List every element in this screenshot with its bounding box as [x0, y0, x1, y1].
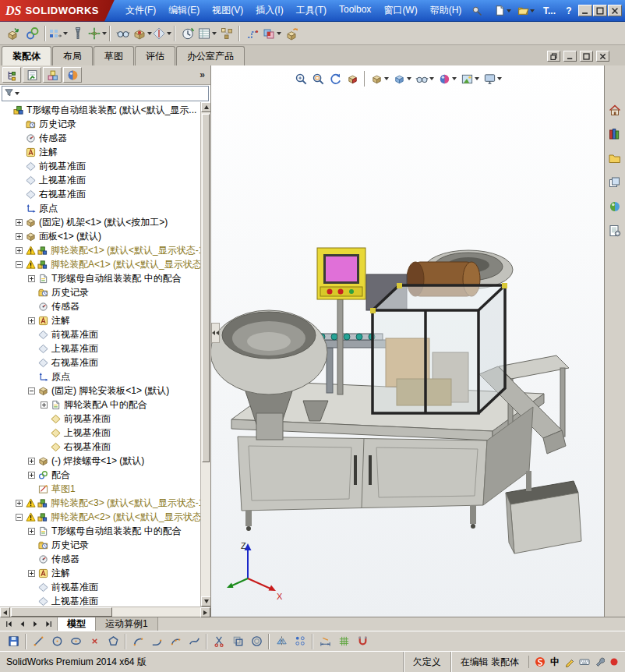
propertymanager-tab[interactable] — [23, 67, 41, 83]
point-button[interactable] — [85, 632, 104, 650]
h-scrollbar-thumb[interactable] — [11, 607, 112, 617]
tree-item[interactable]: 脚轮装配<3> (默认<默认_显示状态-1 — [0, 496, 200, 510]
filter-caret-icon[interactable] — [15, 92, 19, 95]
file-explorer-button[interactable] — [606, 150, 623, 167]
section-view-button[interactable] — [344, 72, 361, 87]
graphics-area[interactable]: Z X — [211, 65, 604, 617]
polygon-button[interactable] — [104, 632, 122, 650]
menu-file[interactable]: 文件(F) — [119, 1, 162, 20]
convert-entities-button[interactable] — [228, 632, 247, 650]
featuremanager-tab[interactable] — [2, 67, 21, 83]
instant3d-button[interactable] — [281, 23, 301, 43]
window-maximize-button[interactable] — [593, 5, 607, 16]
tree-item[interactable]: 脚轮装配A 中的配合 — [0, 398, 200, 412]
arc-button[interactable] — [129, 632, 147, 650]
tab-装配体[interactable]: 装配体 — [2, 46, 51, 65]
configurationmanager-tab[interactable] — [43, 67, 62, 83]
keyboard-icon[interactable] — [578, 656, 591, 668]
custom-properties-button[interactable] — [606, 222, 623, 239]
tree-item[interactable]: 传感器 — [0, 299, 200, 313]
expand-icon[interactable] — [28, 472, 37, 479]
tree-item[interactable]: (固定) 机架<1> (默认<按加工>) — [0, 215, 200, 229]
expand-icon[interactable] — [16, 500, 24, 507]
menu-insert[interactable]: 插入(I) — [249, 1, 289, 20]
insert-component-button[interactable] — [3, 23, 23, 43]
tree-item[interactable]: 前视基准面 — [0, 580, 200, 594]
tree-item[interactable]: 历史记录 — [0, 538, 200, 552]
zoom-fit-button[interactable] — [293, 72, 309, 87]
filter-input[interactable] — [22, 87, 208, 100]
new-motion-study-button[interactable] — [178, 23, 197, 43]
sheet-tab-模型[interactable]: 模型 — [58, 617, 96, 631]
red-dot-icon[interactable] — [608, 656, 620, 668]
tree-item[interactable]: 右视基准面 — [0, 440, 200, 454]
menu-window[interactable]: 窗口(W) — [377, 1, 423, 20]
zoom-area-button[interactable] — [310, 72, 327, 87]
panel-collapse-button[interactable] — [211, 323, 220, 343]
exploded-view-button[interactable] — [217, 23, 236, 43]
hide-show-items-button[interactable] — [414, 72, 436, 87]
view-settings-button[interactable] — [482, 72, 503, 87]
nav-next-button[interactable] — [29, 619, 41, 630]
tree-item[interactable]: 注解 — [0, 145, 200, 159]
tab-评估[interactable]: 评估 — [135, 46, 175, 65]
tangent-arc-button[interactable] — [147, 632, 166, 650]
sogou-icon[interactable] — [534, 656, 546, 668]
tree-item[interactable]: 前视基准面 — [0, 159, 200, 173]
expand-icon[interactable] — [28, 570, 37, 577]
scroll-left-button[interactable] — [0, 607, 10, 617]
vertical-scrollbar[interactable] — [200, 102, 210, 607]
expand-icon[interactable] — [16, 233, 24, 240]
new-document-button[interactable] — [492, 2, 514, 19]
tree-item[interactable]: T形螺母自动组装装配 中的配合 — [0, 271, 200, 285]
nav-last-button[interactable] — [42, 619, 55, 630]
mate-button[interactable] — [23, 23, 42, 43]
tree-item[interactable]: 注解 — [0, 566, 200, 580]
spline-button[interactable] — [185, 632, 203, 650]
explode-line-sketch-button[interactable] — [242, 23, 262, 43]
scroll-up-button[interactable] — [201, 102, 210, 112]
pushpin-button[interactable] — [469, 3, 485, 19]
expand-icon[interactable] — [28, 317, 37, 324]
nav-prev-button[interactable] — [16, 619, 28, 630]
apply-scene-button[interactable] — [459, 72, 481, 87]
tree-item[interactable]: 传感器 — [0, 552, 200, 566]
quick-snaps-button[interactable] — [353, 632, 372, 650]
tree-item[interactable]: 原点 — [0, 201, 200, 215]
tree-item[interactable]: 历史记录 — [0, 117, 200, 131]
tree-item[interactable]: 脚轮装配A<2> (默认<默认_显示状态_ — [0, 510, 200, 524]
tree-item[interactable]: 前视基准面 — [0, 412, 200, 426]
collapse-icon[interactable] — [16, 514, 24, 521]
collapse-icon[interactable] — [16, 261, 24, 268]
bill-of-materials-button[interactable] — [197, 23, 217, 43]
window-close-button[interactable] — [608, 5, 622, 16]
show-hidden-components-button[interactable] — [113, 23, 132, 43]
three-point-arc-button[interactable] — [166, 632, 185, 650]
horizontal-scrollbar[interactable] — [0, 607, 210, 617]
expand-icon[interactable] — [28, 528, 37, 535]
doc-window-restore-button[interactable] — [547, 51, 560, 62]
wrench-icon[interactable] — [593, 656, 606, 668]
mirror-button[interactable] — [272, 632, 291, 650]
window-minimize-button[interactable] — [578, 5, 592, 16]
view-palette-button[interactable] — [606, 174, 623, 191]
circle-button[interactable] — [48, 632, 66, 650]
expand-icon[interactable] — [28, 275, 37, 282]
display-style-button[interactable] — [391, 72, 413, 87]
scrollbar-thumb[interactable] — [202, 114, 210, 462]
tree-item[interactable]: 历史记录 — [0, 285, 200, 299]
ime-language[interactable]: 中 — [549, 656, 561, 668]
scroll-right-button[interactable] — [200, 607, 210, 617]
menu-toolbox[interactable]: Toolbox — [333, 1, 377, 20]
linear-sketch-pattern-button[interactable] — [291, 632, 309, 650]
tree-item[interactable]: 脚轮装配A<1> (默认<默认_显示状态- — [0, 257, 200, 271]
line-button[interactable] — [29, 632, 48, 650]
collapse-icon[interactable] — [28, 387, 37, 394]
tree-item[interactable]: 上视基准面 — [0, 594, 200, 607]
nav-first-button[interactable] — [2, 619, 15, 630]
tree-item[interactable]: (固定) 脚轮安装板<1> (默认) — [0, 384, 200, 398]
appearances-button[interactable] — [606, 198, 623, 215]
expand-icon[interactable] — [16, 219, 24, 226]
tab-布局[interactable]: 布局 — [52, 46, 93, 65]
assembly-features-button[interactable] — [132, 23, 152, 43]
